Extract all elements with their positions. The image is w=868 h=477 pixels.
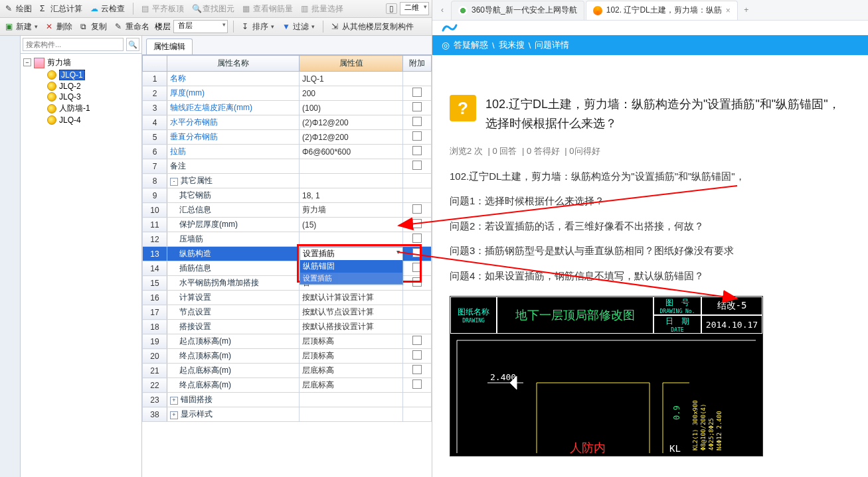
table-row[interactable]: 9其它钢筋18, 1 [143, 188, 432, 203]
table-row[interactable]: 7备注 [143, 159, 432, 174]
view-mode-combo[interactable]: 二维 [400, 2, 429, 15]
property-value[interactable] [300, 393, 403, 407]
property-value[interactable]: 层顶标高 [300, 334, 403, 349]
checkbox[interactable] [412, 234, 422, 243]
rename-icon: ✎ [115, 22, 124, 31]
question-mark-icon: ? [450, 95, 476, 121]
tree-item-jlq4[interactable]: JLQ-4 [22, 115, 140, 125]
property-value[interactable]: 18, 1 [300, 188, 403, 203]
property-value[interactable] [300, 407, 403, 422]
view-prev-button[interactable]: ▯ [386, 3, 397, 14]
value-dropdown[interactable]: 设置插筋 纵筋锚固 设置插筋 [300, 247, 403, 285]
property-value[interactable]: 按默认搭接设置计算 [300, 320, 403, 334]
dropdown-option[interactable]: 设置插筋 [300, 273, 402, 284]
table-row[interactable]: 21起点底标高(m)层底标高 [143, 364, 432, 378]
table-row[interactable]: 6拉筋Φ6@600*600 [143, 145, 432, 159]
new-tab-button[interactable]: + [739, 5, 754, 15]
property-value[interactable] [300, 159, 403, 174]
checkbox[interactable] [412, 204, 422, 214]
tree-item-jlq2[interactable]: JLQ-2 [22, 81, 140, 92]
table-row[interactable]: 8-其它属性 [143, 174, 432, 188]
tree-item-renfang[interactable]: 人防墙-1 [22, 102, 140, 115]
breadcrumb-item[interactable]: 我来搜 [499, 39, 525, 51]
table-row[interactable]: 1名称JLQ-1 [143, 72, 432, 86]
table-row[interactable]: 5垂直分布钢筋(2)Φ12@200 [143, 130, 432, 145]
expand-icon[interactable]: + [170, 397, 178, 405]
property-value[interactable]: 按默认节点设置计算 [300, 305, 403, 320]
table-row[interactable]: 4水平分布钢筋(2)Φ12@200 [143, 115, 432, 130]
new-button[interactable]: ▣新建 [3, 20, 41, 34]
tab-property-edit[interactable]: 属性编辑 [146, 38, 193, 54]
property-value[interactable] [300, 174, 403, 188]
breadcrumb-item[interactable]: 答疑解惑 [454, 39, 488, 51]
table-row[interactable]: 17节点设置按默认节点设置计算 [143, 305, 432, 320]
browser-tab-question[interactable]: 102. 辽宁DL土建，剪力墙：纵筋 × [586, 1, 738, 20]
property-value[interactable]: (100) [300, 101, 403, 115]
property-value[interactable]: 200 [300, 86, 403, 101]
stat-good-answer: 0 答得好 [527, 146, 560, 156]
dropdown-selected[interactable]: 设置插筋 [300, 247, 402, 260]
table-row[interactable]: 22终点底标高(m)层底标高 [143, 378, 432, 393]
checkbox[interactable] [412, 336, 422, 345]
filter-button[interactable]: ▼过滤 [280, 20, 317, 34]
floor-combo[interactable]: 首层 [173, 20, 228, 33]
checkbox[interactable] [412, 219, 422, 228]
table-row[interactable]: 18搭接设置按默认搭接设置计算 [143, 320, 432, 334]
dropdown-option[interactable]: 纵筋锚固 [300, 260, 402, 273]
property-value[interactable] [300, 232, 403, 247]
tab-nav-left[interactable]: ‹ [435, 3, 450, 17]
table-row[interactable]: 2厚度(mm)200 [143, 86, 432, 101]
table-row[interactable]: 23+锚固搭接 [143, 393, 432, 407]
expand-icon[interactable]: + [170, 411, 178, 419]
copy-from-floor-button[interactable]: ⇲从其他楼层复制构件 [329, 20, 416, 34]
collapse-icon[interactable]: - [170, 178, 178, 186]
property-value[interactable]: (15) [300, 218, 403, 232]
table-row[interactable]: 38+显示样式 [143, 407, 432, 422]
table-row[interactable]: 11保护层厚度(mm)(15) [143, 218, 432, 232]
sum-button[interactable]: Σ汇总计算 [37, 2, 85, 16]
property-value[interactable]: 剪力墙 [300, 203, 403, 218]
table-row[interactable]: 10汇总信息剪力墙 [143, 203, 432, 218]
table-row[interactable]: 16计算设置按默认计算设置计算 [143, 291, 432, 305]
table-row[interactable]: 12压墙筋 [143, 232, 432, 247]
property-value[interactable]: (2)Φ12@200 [300, 130, 403, 145]
collapse-icon[interactable]: − [23, 58, 31, 66]
checkbox[interactable] [412, 117, 422, 126]
copy-button[interactable]: ⧉复制 [78, 20, 110, 34]
table-row[interactable]: 19起点顶标高(m)层顶标高 [143, 334, 432, 349]
property-value[interactable]: 按默认计算设置计算 [300, 291, 403, 305]
table-row[interactable]: 20终点顶标高(m)层顶标高 [143, 349, 432, 364]
property-value[interactable]: 层底标高 [300, 364, 403, 378]
checkbox[interactable] [412, 88, 422, 97]
property-value[interactable]: Φ6@600*600 [300, 145, 403, 159]
checkbox[interactable] [412, 102, 422, 111]
checkbox[interactable] [412, 131, 422, 141]
checkbox[interactable] [412, 379, 422, 389]
search-icon[interactable]: 🔍 [126, 38, 139, 51]
component-icon [47, 104, 56, 113]
property-value[interactable]: JLQ-1 [300, 72, 403, 86]
cloud-check-button[interactable]: ☁云检查 [88, 2, 128, 16]
rename-button[interactable]: ✎重命名 [112, 20, 152, 34]
browser-tab-360[interactable]: 360导航_新一代安全上网导航 [451, 1, 584, 20]
extra-checkbox-cell [403, 72, 432, 86]
tree-item-jlq3[interactable]: JLQ-3 [22, 92, 140, 102]
property-value[interactable]: 层底标高 [300, 378, 403, 393]
tree-item-jlq1[interactable]: JLQ-1 [22, 69, 140, 81]
checkbox[interactable] [412, 146, 422, 155]
close-icon[interactable]: × [726, 6, 731, 15]
sort-button[interactable]: ↧排序 [239, 20, 277, 34]
property-value[interactable]: 层顶标高 [300, 349, 403, 364]
table-row[interactable]: 3轴线距左墙皮距离(mm)(100) [143, 101, 432, 115]
draw-button[interactable]: ✎绘图 [3, 2, 35, 16]
tree-node-shearwall[interactable]: − 剪力墙 [22, 56, 140, 69]
checkbox[interactable] [412, 161, 422, 170]
delete-button[interactable]: ✕删除 [43, 20, 75, 34]
property-value[interactable]: (2)Φ12@200 [300, 115, 403, 130]
checkbox[interactable] [412, 263, 422, 272]
search-input[interactable] [23, 38, 124, 51]
checkbox[interactable] [412, 277, 422, 287]
checkbox[interactable] [412, 365, 422, 374]
checkbox[interactable] [412, 248, 422, 257]
checkbox[interactable] [412, 350, 422, 360]
